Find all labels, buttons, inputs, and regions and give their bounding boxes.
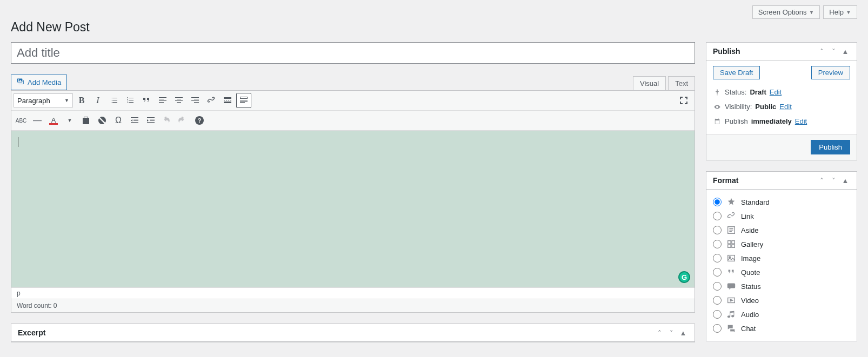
edit-visibility-link[interactable]: Edit: [779, 103, 791, 111]
format-label: Link: [741, 212, 754, 220]
bullet-list-button[interactable]: [106, 93, 122, 108]
horizontal-rule-button[interactable]: —: [30, 113, 45, 128]
gallery-icon: [726, 239, 737, 249]
format-radio-video[interactable]: [713, 296, 722, 305]
move-up-icon[interactable]: ˄: [817, 177, 826, 185]
format-option-audio[interactable]: Audio: [713, 307, 850, 321]
align-left-button[interactable]: [155, 93, 170, 108]
tab-visual[interactable]: Visual: [633, 76, 666, 90]
format-label: Aside: [741, 226, 759, 234]
move-up-icon[interactable]: ˄: [817, 48, 826, 56]
format-option-quote[interactable]: Quote: [713, 265, 850, 279]
aside-icon: [726, 225, 737, 235]
video-icon: [726, 295, 737, 305]
svg-rect-8: [728, 245, 731, 247]
bold-button[interactable]: B: [74, 93, 89, 108]
read-more-button[interactable]: [220, 93, 235, 108]
svg-rect-6: [728, 241, 731, 244]
format-option-video[interactable]: Video: [713, 293, 850, 307]
blockquote-button[interactable]: [139, 93, 154, 108]
svg-rect-7: [732, 241, 735, 244]
save-draft-button[interactable]: Save Draft: [713, 66, 760, 79]
move-down-icon[interactable]: ˅: [829, 177, 838, 185]
format-radio-chat[interactable]: [713, 324, 722, 333]
italic-button[interactable]: I: [90, 93, 105, 108]
editor-content-area[interactable]: G: [11, 131, 695, 287]
move-down-icon[interactable]: ˅: [829, 48, 838, 56]
format-option-image[interactable]: Image: [713, 251, 850, 265]
align-right-button[interactable]: [188, 93, 203, 108]
format-radio-standard[interactable]: [713, 198, 722, 206]
quote-icon: [726, 267, 737, 277]
format-radio-audio[interactable]: [713, 310, 722, 319]
paste-text-button[interactable]: [78, 113, 94, 128]
svg-text:?: ?: [198, 117, 202, 124]
post-title-input[interactable]: [11, 42, 695, 64]
indent-button[interactable]: [143, 113, 158, 128]
format-label: Gallery: [741, 240, 763, 248]
audio-icon: [726, 309, 737, 319]
format-radio-aside[interactable]: [713, 226, 722, 234]
format-label: Audio: [741, 311, 759, 319]
redo-button[interactable]: [176, 113, 191, 128]
edit-status-link[interactable]: Edit: [770, 88, 782, 96]
format-label: Standard: [741, 198, 770, 206]
strikethrough-button[interactable]: ABC: [14, 113, 29, 128]
excerpt-title: Excerpt: [18, 328, 45, 337]
standard-icon: [726, 197, 737, 207]
format-option-chat[interactable]: Chat: [713, 321, 850, 335]
format-option-gallery[interactable]: Gallery: [713, 237, 850, 251]
format-option-link[interactable]: Link: [713, 209, 850, 223]
paragraph-format-select[interactable]: Paragraph: [14, 93, 73, 107]
format-radio-quote[interactable]: [713, 268, 722, 277]
format-radio-link[interactable]: [713, 212, 722, 220]
format-panel-title: Format: [713, 176, 738, 185]
format-option-standard[interactable]: Standard: [713, 195, 850, 209]
toggle-panel-icon[interactable]: ▲: [678, 329, 688, 337]
keyboard-help-button[interactable]: ?: [192, 113, 207, 128]
clear-formatting-button[interactable]: [95, 113, 110, 128]
add-media-button[interactable]: Add Media: [11, 75, 67, 90]
text-color-button[interactable]: A: [46, 113, 61, 128]
outdent-button[interactable]: [127, 113, 142, 128]
chevron-down-icon: ▼: [809, 9, 814, 15]
svg-rect-9: [732, 245, 735, 247]
move-down-icon[interactable]: ˅: [666, 329, 676, 337]
publish-button[interactable]: Publish: [811, 140, 850, 154]
format-label: Video: [741, 297, 759, 305]
toolbar-toggle-button[interactable]: [236, 93, 251, 108]
format-label: Image: [741, 254, 760, 262]
special-character-button[interactable]: Ω: [111, 113, 126, 128]
toggle-panel-icon[interactable]: ▲: [840, 177, 850, 185]
tab-text[interactable]: Text: [668, 76, 695, 90]
format-option-aside[interactable]: Aside: [713, 223, 850, 237]
format-option-status[interactable]: Status: [713, 279, 850, 293]
format-radio-image[interactable]: [713, 254, 722, 262]
status-icon: [726, 281, 737, 291]
text-color-dropdown[interactable]: ▼: [62, 113, 77, 128]
link-button[interactable]: [204, 93, 219, 108]
toggle-panel-icon[interactable]: ▲: [840, 48, 850, 56]
grammarly-icon[interactable]: G: [678, 271, 690, 283]
text-cursor: [18, 137, 18, 147]
element-path: p: [11, 287, 695, 299]
edit-schedule-link[interactable]: Edit: [795, 117, 807, 125]
svg-rect-10: [728, 255, 735, 261]
chevron-down-icon: ▼: [846, 9, 851, 15]
undo-button[interactable]: [159, 113, 175, 128]
pin-icon: [713, 89, 722, 96]
align-center-button[interactable]: [171, 93, 186, 108]
link-icon: [726, 211, 737, 221]
move-up-icon[interactable]: ˄: [655, 329, 664, 337]
image-icon: [726, 253, 737, 263]
format-radio-gallery[interactable]: [713, 240, 722, 248]
format-label: Status: [741, 282, 761, 291]
calendar-icon: [713, 118, 722, 125]
preview-button[interactable]: Preview: [811, 66, 850, 79]
format-radio-status[interactable]: [713, 282, 722, 291]
screen-options-button[interactable]: Screen Options ▼: [752, 5, 820, 19]
fullscreen-button[interactable]: [676, 93, 691, 108]
numbered-list-button[interactable]: [123, 93, 138, 108]
format-label: Chat: [741, 325, 756, 333]
help-button[interactable]: Help ▼: [823, 5, 857, 19]
